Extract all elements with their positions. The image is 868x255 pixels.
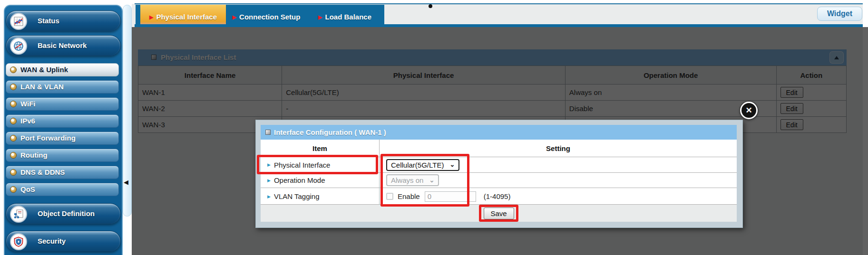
sidebar-item-label: DNS & DDNS xyxy=(20,166,65,179)
sidebar-item-label: Routing xyxy=(20,149,48,161)
tab-physical-interface[interactable]: ▶ Physical Interface xyxy=(140,5,226,25)
widget-button[interactable]: Widget xyxy=(817,7,862,21)
bullet-dot-icon xyxy=(10,152,17,159)
bullet-dot-icon xyxy=(10,169,17,176)
sidebar-item-wifi[interactable]: WiFi xyxy=(6,97,119,111)
row-label: VLAN Tagging xyxy=(274,192,320,200)
bullet-dot-icon xyxy=(10,135,17,142)
sidebar-item-security[interactable]: Security xyxy=(6,231,121,252)
setting-header: Setting xyxy=(380,140,737,157)
interface-configuration-dialog: Interface Configuration ( WAN-1 ) Item S… xyxy=(255,120,743,228)
enable-label: Enable xyxy=(398,192,420,200)
sidebar-item-status[interactable]: Status xyxy=(6,10,121,31)
sidebar-item-basic-network[interactable]: Basic Network xyxy=(6,35,121,56)
chevron-down-icon: ⌄ xyxy=(449,162,455,168)
bullet-dot-icon xyxy=(10,101,17,107)
tab-arrow-icon: ▶ xyxy=(318,14,322,21)
bullet-dot-icon xyxy=(10,66,17,73)
close-icon[interactable]: ✕ xyxy=(740,102,758,119)
sidebar-item-lan-vlan[interactable]: LAN & VLAN xyxy=(6,80,119,94)
dialog-title: Interface Configuration ( WAN-1 ) xyxy=(274,125,386,140)
physical-interface-select[interactable]: Cellular(5G/LTE) ⌄ xyxy=(386,159,459,171)
sidebar-item-object-definition[interactable]: Object Definition xyxy=(6,203,121,224)
sidebar-item-port-forwarding[interactable]: Port Forwarding xyxy=(6,132,119,145)
dialog-footer: Save xyxy=(261,205,737,222)
sidebar-item-label: Basic Network xyxy=(38,36,87,56)
sidebar-item-qos[interactable]: QoS xyxy=(6,183,119,196)
bullet-triangle-icon: ▶ xyxy=(267,162,271,167)
bullet-dot-icon xyxy=(10,84,17,90)
collapse-arrow-icon[interactable]: ◀ xyxy=(124,179,128,186)
tab-bar: ▶ Physical Interface ▶ Connection Setup … xyxy=(136,5,384,25)
tab-label: Physical Interface xyxy=(156,13,217,21)
bullet-triangle-icon: ▶ xyxy=(267,194,271,199)
operation-mode-select: Always on ⌄ xyxy=(386,174,439,186)
sidebar-item-label: Port Forwarding xyxy=(20,132,76,144)
sidebar-item-label: IPv6 xyxy=(20,115,35,127)
sidebar-item-label: LAN & VLAN xyxy=(20,81,64,93)
object-definition-icon xyxy=(10,206,27,223)
vlan-id-input[interactable] xyxy=(425,191,476,202)
sidebar-item-label: WAN & Uplink xyxy=(20,64,68,76)
row-vlan-tagging: ▶ VLAN Tagging Enable (1-4095) xyxy=(261,188,737,205)
tab-connection-setup[interactable]: ▶ Connection Setup xyxy=(226,5,307,25)
dialog-header-row: Item Setting xyxy=(261,140,737,157)
dialog-titlebar: Interface Configuration ( WAN-1 ) xyxy=(261,125,737,140)
sidebar-item-label: WiFi xyxy=(20,98,36,110)
row-label: Physical Interface xyxy=(274,161,330,169)
drag-dot xyxy=(429,4,432,8)
save-button[interactable]: Save xyxy=(484,208,514,219)
sidebar-item-ipv6[interactable]: IPv6 xyxy=(6,114,119,128)
select-value: Cellular(5G/LTE) xyxy=(391,161,444,169)
row-physical-interface: ▶ Physical Interface Cellular(5G/LTE) ⌄ xyxy=(261,157,737,173)
dialog-square-icon xyxy=(265,130,271,135)
chevron-down-icon: ⌄ xyxy=(429,178,434,183)
tab-load-balance[interactable]: ▶ Load Balance xyxy=(307,5,383,25)
enable-checkbox[interactable] xyxy=(386,193,393,200)
tab-label: Load Balance xyxy=(325,13,371,21)
chart-icon xyxy=(10,13,27,30)
bullet-dot-icon xyxy=(10,118,17,124)
sidebar-item-routing[interactable]: Routing xyxy=(6,149,119,162)
sidebar-item-label: Object Definition xyxy=(38,204,95,224)
vlan-range-hint: (1-4095) xyxy=(484,192,511,200)
top-divider xyxy=(135,3,863,4)
tab-arrow-icon: ▶ xyxy=(233,14,236,21)
select-value: Always on xyxy=(391,176,423,184)
sidebar-item-label: Security xyxy=(38,231,66,251)
item-header: Item xyxy=(261,140,380,157)
sidebar-item-dns-ddns[interactable]: DNS & DDNS xyxy=(6,166,119,179)
sidebar-item-label: Status xyxy=(38,11,59,31)
row-operation-mode: ▶ Operation Mode Always on ⌄ xyxy=(261,173,737,188)
network-globe-icon xyxy=(10,38,27,55)
bullet-triangle-icon: ▶ xyxy=(267,178,271,183)
bullet-dot-icon xyxy=(10,186,17,193)
row-label: Operation Mode xyxy=(274,176,325,184)
tab-arrow-icon: ▶ xyxy=(149,14,153,21)
sidebar-item-label: QoS xyxy=(20,183,35,196)
dialog-body: Item Setting ▶ Physical Interface Cellul… xyxy=(261,140,737,205)
tab-label: Connection Setup xyxy=(239,13,300,21)
sidebar-item-wan-uplink[interactable]: WAN & Uplink xyxy=(6,63,119,76)
security-shield-icon xyxy=(10,233,27,250)
